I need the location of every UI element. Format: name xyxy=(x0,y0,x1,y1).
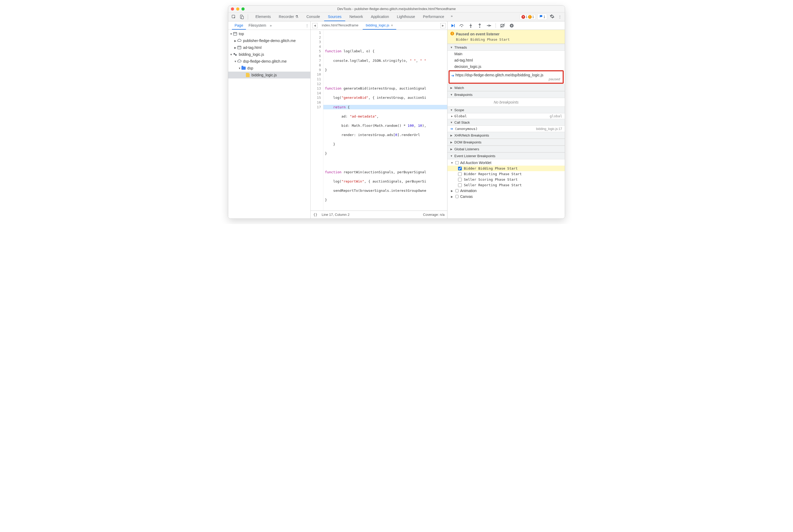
no-breakpoints-label: No breakpoints xyxy=(448,98,565,107)
close-tab-icon[interactable]: × xyxy=(391,23,393,27)
nav-back-icon[interactable]: ◀ xyxy=(312,23,318,28)
editor-status-bar: {} Line 17, Column 2 Coverage: n/a xyxy=(310,211,447,218)
sidebar-tabs: Page Filesystem » ⋮ xyxy=(228,21,310,30)
tree-label: bidding_logic.js xyxy=(239,52,264,57)
resume-icon[interactable] xyxy=(450,23,455,28)
kebab-menu-icon[interactable]: ⋮ xyxy=(557,14,563,20)
code-content[interactable]: function log(label, o) { console.log(lab… xyxy=(323,30,447,211)
chevron-right-icon: ▶ xyxy=(233,39,237,42)
section-breakpoints[interactable]: ▼Breakpoints xyxy=(448,91,565,98)
tree-node-adtag[interactable]: ▶ ad-tag.html xyxy=(228,44,310,51)
console-errors-badge[interactable]: ✕ 1 ! 1 xyxy=(520,14,536,20)
issues-badge[interactable]: 1 xyxy=(537,14,547,20)
tree-node-origin[interactable]: ▶ publisher-fledge-demo.glitch.me xyxy=(228,37,310,44)
section-dom[interactable]: ▶DOM Breakpoints xyxy=(448,139,565,146)
svg-rect-20 xyxy=(452,33,453,33)
titlebar: DevTools - publisher-fledge-demo.glitch.… xyxy=(228,5,565,13)
inspect-element-icon[interactable] xyxy=(230,14,237,20)
chevron-down-icon: ▼ xyxy=(450,93,453,96)
elb-checkbox[interactable] xyxy=(458,178,462,182)
device-toggle-icon[interactable] xyxy=(238,14,245,20)
thread-decision[interactable]: decision_logic.js xyxy=(448,63,565,70)
tab-recorder[interactable]: Recorder⚗ xyxy=(275,13,302,21)
main-tabs: Elements Recorder⚗ Console Sources Netwo… xyxy=(252,13,455,21)
issues-icon xyxy=(539,15,543,19)
tree-node-worklet[interactable]: ▼ bidding_logic.js xyxy=(228,51,310,58)
svg-rect-19 xyxy=(452,33,453,35)
elb-checkbox[interactable] xyxy=(458,167,462,170)
section-event-listener-breakpoints[interactable]: ▼Event Listener Breakpoints xyxy=(448,152,565,159)
maximize-window[interactable] xyxy=(242,7,245,11)
tree-node-dsp-folder[interactable]: ▼ dsp xyxy=(228,65,310,72)
elb-group-canvas[interactable]: ▶ Canvas xyxy=(448,194,565,200)
tab-lighthouse[interactable]: Lighthouse xyxy=(393,13,419,21)
chevron-right-icon: ▶ xyxy=(450,195,454,198)
sidebar-tab-filesystem[interactable]: Filesystem xyxy=(246,21,269,30)
section-threads[interactable]: ▼Threads xyxy=(448,44,565,51)
section-watch[interactable]: ▶Watch xyxy=(448,84,565,91)
svg-rect-16 xyxy=(511,24,512,26)
svg-rect-5 xyxy=(238,46,241,49)
tree-node-dsp-origin[interactable]: ▼ dsp-fledge-demo.glitch.me xyxy=(228,58,310,65)
pause-exceptions-icon[interactable] xyxy=(509,23,514,28)
section-scope[interactable]: ▼Scope xyxy=(448,107,565,113)
svg-point-8 xyxy=(235,54,237,56)
tab-elements[interactable]: Elements xyxy=(252,13,275,21)
elb-item-seller-reporting[interactable]: Seller Reporting Phase Start xyxy=(448,182,565,188)
code-editor[interactable]: 1234567891011121314151617 function log(l… xyxy=(310,30,447,211)
elb-checkbox[interactable] xyxy=(458,172,462,176)
nav-forward-icon[interactable]: ▶ xyxy=(440,23,446,28)
file-icon xyxy=(246,73,250,77)
section-global-listeners[interactable]: ▶Global Listeners xyxy=(448,146,565,152)
svg-point-11 xyxy=(470,27,471,28)
elb-item-seller-scoring[interactable]: Seller Scoring Phase Start xyxy=(448,177,565,182)
section-xhr[interactable]: ▶XHR/fetch Breakpoints xyxy=(448,132,565,139)
tab-network[interactable]: Network xyxy=(346,13,367,21)
thread-bidding-active[interactable]: ➔ https://dsp-fledge-demo.glitch.me/dsp/… xyxy=(449,70,564,84)
editor-tab-index[interactable]: index.html?fencedframe xyxy=(319,21,362,30)
svg-point-7 xyxy=(233,53,235,55)
chevron-down-icon: ▼ xyxy=(450,154,453,157)
tree-node-bidding-file[interactable]: bidding_logic.js xyxy=(228,72,310,78)
tree-label: dsp xyxy=(247,66,253,70)
scope-global[interactable]: ▶ Global global xyxy=(448,113,565,119)
elb-checkbox[interactable] xyxy=(458,183,462,187)
sidebar-tab-page[interactable]: Page xyxy=(232,21,246,30)
thread-adtag[interactable]: ad-tag.html xyxy=(448,57,565,63)
step-icon[interactable] xyxy=(486,23,491,28)
step-over-icon[interactable] xyxy=(459,23,465,28)
sidebar-more-tabs-icon[interactable]: » xyxy=(270,23,272,27)
callstack-frame[interactable]: ➔ (anonymous) bidding_logic.js:17 xyxy=(448,126,565,132)
svg-point-13 xyxy=(490,25,491,26)
step-out-icon[interactable] xyxy=(477,23,483,28)
elb-group-checkbox[interactable] xyxy=(455,189,458,192)
svg-rect-3 xyxy=(233,33,237,35)
chevron-down-icon: ▼ xyxy=(238,67,242,70)
tab-console[interactable]: Console xyxy=(303,13,324,21)
toolbar-right: ✕ 1 ! 1 1 ⋮ xyxy=(520,13,563,21)
chevron-down-icon: ▼ xyxy=(233,60,237,63)
format-icon[interactable]: {} xyxy=(313,213,318,216)
step-into-icon[interactable] xyxy=(468,23,473,28)
thread-main[interactable]: Main xyxy=(448,51,565,57)
elb-group-ad-auction[interactable]: ▼ Ad Auction Worklet xyxy=(448,160,565,166)
svg-rect-17 xyxy=(512,24,512,26)
tab-application[interactable]: Application xyxy=(367,13,393,21)
elb-item-bidder-reporting[interactable]: Bidder Reporting Phase Start xyxy=(448,171,565,177)
more-tabs-icon[interactable]: » xyxy=(448,13,455,19)
elb-group-animation[interactable]: ▶ Animation xyxy=(448,188,565,194)
sidebar-kebab-icon[interactable]: ⋮ xyxy=(305,23,309,27)
minimize-window[interactable] xyxy=(236,7,239,11)
tab-sources[interactable]: Sources xyxy=(324,13,345,21)
deactivate-breakpoints-icon[interactable] xyxy=(500,23,505,28)
section-callstack[interactable]: ▼Call Stack xyxy=(448,119,565,126)
tab-performance[interactable]: Performance xyxy=(419,13,448,21)
elb-group-checkbox[interactable] xyxy=(455,195,458,198)
chevron-right-icon: ▶ xyxy=(450,134,453,137)
close-window[interactable] xyxy=(231,7,234,11)
elb-group-checkbox[interactable] xyxy=(455,161,458,164)
elb-item-bidder-bidding[interactable]: Bidder Bidding Phase Start xyxy=(448,166,565,171)
settings-icon[interactable] xyxy=(549,13,555,21)
editor-tab-bidding[interactable]: bidding_logic.js × xyxy=(363,21,396,30)
tree-node-top[interactable]: ▼ top xyxy=(228,31,310,37)
